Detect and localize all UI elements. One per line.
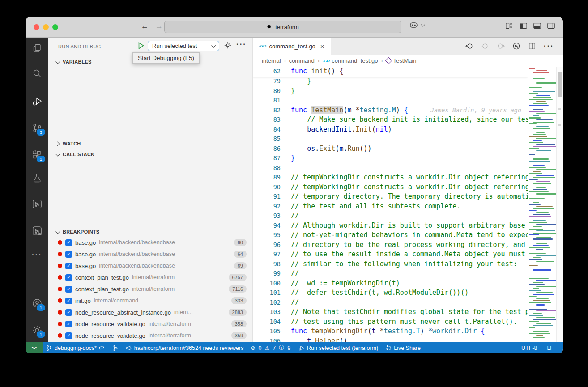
breakpoint-checkbox[interactable] [65, 298, 72, 304]
code-editor[interactable]: 62func init() { 79 }80}8182func TestMain… [253, 67, 528, 342]
minimize-window-button[interactable] [43, 24, 49, 30]
breakpoint-row[interactable]: node_resource_abstract_instance.gointern… [48, 306, 252, 318]
breakpoint-checkbox[interactable] [65, 309, 72, 316]
start-debugging-button[interactable] [137, 42, 146, 51]
live-share-status-item[interactable]: Live Share [382, 342, 424, 353]
code-line[interactable]: 106 t.Helper() [253, 336, 528, 343]
copilot-menu[interactable] [409, 21, 424, 28]
command-center-search[interactable]: terraform [164, 21, 401, 33]
code-line[interactable]: 95// not-yet-migrated behaviors in comma… [253, 230, 528, 240]
close-tab-icon[interactable] [320, 43, 324, 50]
breakpoint-checkbox[interactable] [65, 239, 72, 246]
toggle-panel-icon[interactable] [533, 22, 541, 29]
section-call-stack[interactable]: CALL STACK [48, 149, 252, 160]
problems-status-item[interactable]: ⊘0 ⚠7 ⓘ9 [247, 342, 295, 353]
breakpoint-checkbox[interactable] [65, 263, 72, 269]
breakpoint-row[interactable]: context_plan_test.gointernal/terraform67… [48, 272, 252, 283]
run-task-status-item[interactable]: Run selected test (terraform) [295, 342, 382, 353]
code-line[interactable]: 103// Note that testChdir modifies globa… [253, 307, 528, 317]
breadcrumb-item-command[interactable]: command [289, 57, 315, 64]
breakpoint-row[interactable]: node_resource_validate.gointernal/terraf… [48, 330, 252, 341]
sidebar-item-run-and-debug[interactable] [26, 90, 48, 112]
code-line[interactable]: 94// Although workdir.Dir is built to su… [253, 221, 528, 231]
sidebar-item-terraform[interactable] [26, 193, 48, 215]
breakpoint-checkbox[interactable] [65, 332, 72, 339]
sidebar-item-extensions[interactable]: 1 [26, 144, 48, 166]
breakpoint-checkbox[interactable] [65, 286, 72, 293]
code-line[interactable]: 92// the test and all its subtests compl… [253, 202, 528, 212]
code-line[interactable]: 85 [253, 134, 528, 144]
split-editor-icon[interactable] [528, 42, 536, 50]
pr-status-item[interactable]: hashicorp/terraform#36524 needs reviewer… [122, 342, 247, 353]
code-line[interactable]: 97// to use the result inside a command.… [253, 250, 528, 259]
code-line[interactable]: 87} [253, 153, 528, 163]
source-control-graph-item[interactable] [109, 342, 122, 353]
sticky-scroll-line[interactable]: 62func init() { [253, 67, 528, 77]
editor-forward-icon[interactable] [497, 42, 505, 50]
debug-configuration-dropdown[interactable]: Run selected test [148, 41, 219, 51]
minimap[interactable] [528, 67, 556, 342]
breadcrumb-item-symbol[interactable]: TestMain [386, 57, 417, 64]
customize-layout-icon[interactable] [506, 22, 513, 29]
zoom-window-button[interactable] [52, 24, 58, 30]
code-line[interactable]: 93// [253, 211, 528, 221]
code-line[interactable]: 90// tempWorkingDir constructs a workdir… [253, 183, 528, 192]
toggle-secondary-sidebar-icon[interactable] [547, 22, 555, 29]
code-line[interactable]: 105func tempWorkingDir(t *testing.T) *wo… [253, 327, 528, 336]
code-line[interactable]: 88 [253, 163, 528, 173]
code-line[interactable]: 83 // Make sure backend init is initiali… [253, 115, 528, 125]
code-line[interactable]: 80} [253, 86, 528, 96]
code-line[interactable]: 84 backendInit.Init(nil) [253, 125, 528, 135]
breadcrumb-item-file[interactable]: GO command_test.go [323, 57, 378, 64]
sidebar-item-search[interactable] [26, 63, 48, 84]
breakpoint-row[interactable]: base.gointernal/backend/backendbase60 [48, 237, 252, 248]
breadcrumb-item-internal[interactable]: internal [262, 57, 281, 64]
history-back-icon[interactable]: ← [141, 22, 149, 31]
breakpoint-checkbox[interactable] [65, 321, 72, 327]
scrollbar-thumb[interactable] [558, 72, 562, 97]
remote-indicator[interactable]: >< [26, 342, 43, 353]
breakpoint-row[interactable]: node_resource_validate.gointernal/terraf… [48, 318, 252, 330]
code-line[interactable]: 98// similar to the following when initi… [253, 259, 528, 269]
section-breakpoints[interactable]: BREAKPOINTS [48, 226, 252, 237]
sidebar-item-explorer[interactable] [26, 38, 48, 59]
editor-back-icon[interactable] [465, 42, 473, 50]
breakpoint-row[interactable]: base.gointernal/backend/backendbase69 [48, 260, 252, 272]
breakpoint-checkbox[interactable] [65, 274, 72, 281]
eol-status-item[interactable]: LF [542, 342, 558, 353]
code-line[interactable]: 79 } [253, 77, 528, 86]
settings-button[interactable]: 1 [26, 319, 48, 341]
branch-status-item[interactable]: debugging-docs* [43, 342, 109, 353]
run-or-debug-icon[interactable] [512, 42, 520, 50]
more-actions-icon[interactable] [544, 42, 554, 51]
breakpoint-checkbox[interactable] [65, 251, 72, 258]
encoding-status-item[interactable]: UTF-8 [516, 342, 542, 353]
code-line[interactable]: 104// test using this pattern must never… [253, 317, 528, 327]
sidebar-item-testing[interactable] [26, 167, 48, 189]
code-line[interactable]: 82func TestMain(m *testing.M) {James Bar… [253, 106, 528, 115]
additional-views-button[interactable] [26, 244, 48, 265]
scrollbar[interactable] [556, 67, 563, 342]
section-watch[interactable]: WATCH [48, 138, 252, 149]
breakpoint-row[interactable]: base.gointernal/backend/backendbase64 [48, 248, 252, 260]
accounts-button[interactable]: 1 [26, 293, 48, 314]
code-line[interactable]: 101// defer testChdir(t, wd.RootModuleDi… [253, 288, 528, 298]
code-line[interactable]: 81 [253, 96, 528, 106]
code-line[interactable]: 99// [253, 269, 528, 279]
breakpoint-row[interactable]: context_plan_test.gointernal/terraform71… [48, 283, 252, 295]
sidebar-item-source-control[interactable]: 3 [26, 117, 48, 139]
code-line[interactable]: 96// directory to be the real process wo… [253, 240, 528, 250]
code-line[interactable]: 62func init() { [253, 67, 528, 77]
code-line[interactable]: 91// temporary directory. The temporary … [253, 192, 528, 202]
views-and-more-actions-button[interactable] [236, 40, 247, 49]
code-line[interactable]: 102// [253, 298, 528, 308]
toggle-primary-sidebar-icon[interactable] [520, 22, 527, 29]
sidebar-item-terraform-cloud[interactable] [26, 220, 48, 242]
editor-step-icon[interactable] [481, 42, 489, 50]
close-window-button[interactable] [34, 24, 39, 30]
breakpoint-row[interactable]: init.gointernal/command333 [48, 295, 252, 306]
code-line[interactable]: 100// wd := tempWorkingDir(t) [253, 279, 528, 289]
code-line[interactable]: 89// tempWorkingDir constructs a workdir… [253, 173, 528, 183]
code-line[interactable]: 86 os.Exit(m.Run()) [253, 144, 528, 154]
history-forward-icon[interactable]: → [155, 22, 163, 31]
